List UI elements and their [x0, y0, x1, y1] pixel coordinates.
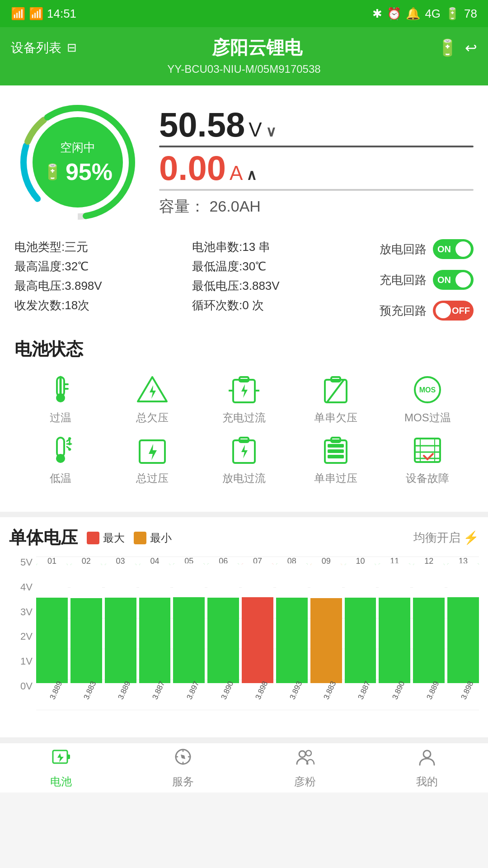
battery-char-icon: 🔋 — [43, 163, 62, 181]
status-device-fault: 设备故障 — [382, 434, 474, 486]
current-display: 0.00 A ∧ — [159, 151, 474, 185]
device-id: YY-BCU03-NIU-M/05M9170538 — [11, 63, 477, 75]
precharge-label: 预充回路 — [380, 303, 427, 319]
thermometer-snow-icon — [44, 434, 77, 467]
bar-fill-13 — [447, 563, 479, 683]
legend-min-label: 最小 — [150, 531, 172, 545]
bar-value-09: 3.883 — [316, 684, 336, 710]
status-charge-overcurrent: 充电过流 — [198, 373, 290, 425]
charge-toggle[interactable]: ON — [433, 270, 474, 290]
bar-fill-06 — [207, 563, 239, 683]
charge-overcurrent-label: 充电过流 — [222, 410, 266, 425]
circle-inner: 空闲中 🔋 95% — [33, 117, 123, 208]
battery-nav-icon — [51, 747, 71, 771]
status-lowtemp: 低温 — [14, 434, 106, 486]
battery-slash-icon — [319, 373, 352, 406]
bar-value-12: 3.889 — [419, 684, 439, 710]
nav-service[interactable]: 服务 — [122, 743, 244, 793]
status-cell-undervolt: 单串欠压 — [290, 373, 382, 425]
alarm-icon: ⏰ — [387, 7, 401, 21]
info-max-temp: 最高温度:32℃ — [14, 259, 188, 274]
bar-value-10: 3.887 — [351, 684, 370, 710]
triangle-bolt-icon — [136, 373, 169, 406]
info-cell-count: 电池串数:13 串 — [192, 239, 365, 255]
battery-circle-container: 空闲中 🔋 95% — [14, 99, 141, 226]
svg-point-46 — [299, 751, 305, 757]
capacity-text: 容量： 26.0AH — [159, 196, 474, 217]
svg-point-6 — [56, 393, 65, 402]
svg-rect-43 — [67, 755, 70, 759]
nav-fans[interactable]: 彦粉 — [244, 743, 366, 793]
bar-col-06: 063.890 — [207, 557, 239, 710]
status-discharge-overcurrent: 放电过流 — [198, 434, 290, 486]
status-cell-overvolt: 单串过压 — [290, 434, 382, 486]
bar-col-08: 083.893 — [276, 557, 308, 710]
bar-col-02: 023.883 — [70, 557, 102, 710]
balance-label: 均衡开启 — [413, 530, 460, 546]
y-axis: 5V 4V 3V 2V 1V 0V — [9, 557, 33, 710]
nav-fans-label: 彦粉 — [294, 774, 316, 789]
capacity-label: 容量： — [159, 198, 205, 215]
device-list-label[interactable]: 设备列表 — [11, 39, 61, 57]
legend-min: 最小 — [134, 531, 172, 545]
info-section: 电池类型:三元 电池串数:13 串 最高温度:32℃ 最低温度:30℃ 最高电压… — [14, 239, 474, 325]
charge-label: 充电回路 — [380, 272, 427, 288]
capacity-value: 26.0AH — [209, 198, 260, 215]
bar-fill-01 — [36, 564, 68, 683]
svg-rect-33 — [328, 444, 344, 448]
discharge-toggle-text: ON — [437, 244, 451, 255]
precharge-toggle-row: 预充回路 OFF — [370, 301, 474, 321]
status-icons-grid: 过温 总欠压 充电过流 — [14, 373, 474, 486]
y-label-4v: 4V — [9, 581, 33, 593]
current-arrow-icon: ∧ — [246, 168, 257, 182]
precharge-toggle-text: OFF — [452, 306, 470, 316]
y-label-5v: 5V — [9, 557, 33, 568]
svg-point-26 — [68, 443, 71, 445]
info-tx-count: 收发次数:18次 — [14, 297, 188, 313]
nav-me-label: 我的 — [416, 774, 438, 789]
nav-me[interactable]: 我的 — [366, 743, 488, 793]
nav-battery[interactable]: 电池 — [0, 743, 122, 793]
bar-value-04: 3.887 — [145, 684, 164, 710]
battery-header-icon: 🔋 — [437, 38, 458, 57]
time: 14:51 — [47, 7, 76, 21]
chart-header: 单体电压 最大 最小 均衡开启 ⚡ — [9, 526, 479, 549]
device-fault-icon — [411, 434, 444, 467]
thermometer-icon — [44, 373, 77, 406]
legend-min-dot — [134, 532, 146, 544]
header-top-row: 设备列表 ⊟ 彦阳云锂电 🔋 ↩ — [11, 35, 477, 60]
precharge-toggle[interactable]: OFF — [433, 301, 474, 321]
bar-col-07: 073.898 — [242, 557, 273, 710]
link-icon: ⊟ — [67, 41, 77, 55]
chart-title: 单体电压 — [9, 526, 78, 549]
bar-value-03: 3.889 — [111, 684, 130, 710]
discharge-knob — [455, 241, 471, 257]
bar-col-12: 123.889 — [413, 557, 445, 710]
current-unit: A — [230, 163, 243, 183]
voltage-number: 50.58 — [159, 108, 245, 142]
bar-fill-02 — [70, 564, 102, 683]
y-label-1v: 1V — [9, 656, 33, 667]
user-group-icon — [295, 747, 315, 771]
charge-knob — [455, 272, 471, 288]
compass-icon — [173, 747, 193, 771]
mos-icon: MOS — [411, 373, 444, 406]
battery-status-text: 空闲中 — [60, 140, 95, 156]
toggle-section: 放电回路 ON 充电回路 ON 预充回路 OFF — [365, 239, 474, 325]
voltage-info: 50.58 V ∨ 0.00 A ∧ 容量： 26.0AH — [141, 108, 474, 217]
svg-rect-19 — [57, 438, 64, 457]
bar-col-01: 013.889 — [36, 557, 68, 710]
bar-col-13: 133.898 — [447, 557, 479, 710]
voltage-display: 50.58 V ∨ — [159, 108, 474, 142]
svg-line-16 — [328, 380, 344, 401]
discharge-toggle[interactable]: ON — [433, 239, 474, 259]
bar-value-08: 3.893 — [282, 684, 302, 710]
bar-value-07: 3.898 — [248, 684, 267, 710]
bar-fill-11 — [379, 563, 410, 683]
status-overtemp: 过温 — [14, 373, 106, 425]
battery-full-icon — [319, 434, 352, 467]
mos-overtemp-label: MOS过温 — [404, 410, 451, 425]
bottom-divider — [0, 737, 488, 743]
bar-value-06: 3.890 — [214, 684, 233, 710]
header-left[interactable]: 设备列表 ⊟ — [11, 39, 77, 57]
